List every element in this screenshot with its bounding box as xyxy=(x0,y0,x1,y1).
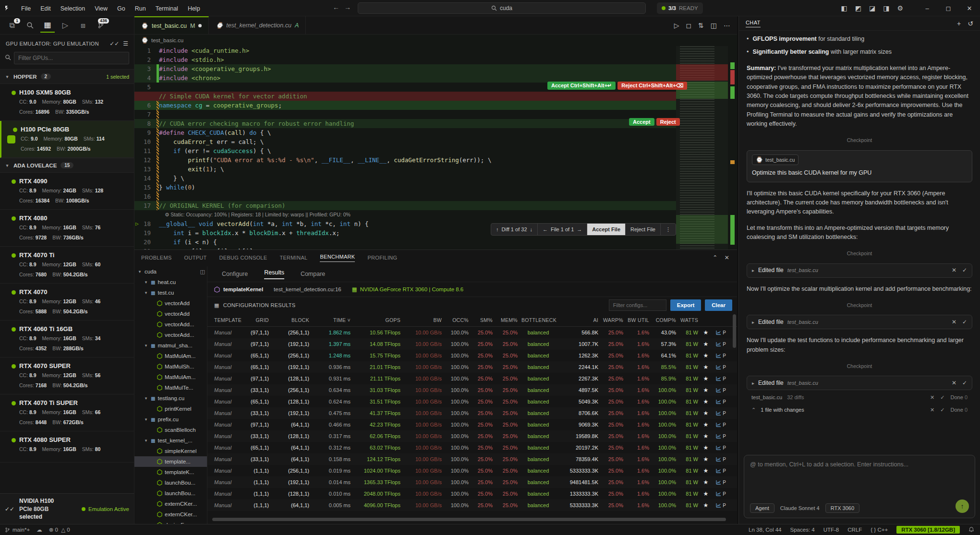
source-control-icon[interactable]: 436 xyxy=(94,18,108,33)
layout-bottom-icon[interactable]: ◪ xyxy=(869,4,875,12)
menu-run[interactable]: Run xyxy=(130,5,151,12)
table-row[interactable]: Manual(65,1,1)(128,1,1)0.624 ms31.51 TFl… xyxy=(207,396,737,407)
tree-item-devicefunc---[interactable]: deviceFunc... xyxy=(134,520,207,524)
profile-chart-button[interactable]: P xyxy=(714,434,730,439)
layout-right-icon[interactable]: ◨ xyxy=(883,4,889,12)
profile-chart-button[interactable]: P xyxy=(714,376,730,381)
profile-chart-button[interactable]: P xyxy=(714,365,730,370)
profile-chart-button[interactable]: P xyxy=(714,491,730,497)
minimize-button[interactable]: – xyxy=(917,5,938,12)
column-header-watts[interactable]: WATTS xyxy=(680,317,702,323)
favorite-star-icon[interactable]: ★ xyxy=(702,490,714,497)
file-diffs-row[interactable]: test_basic.cu32 diffs✕✓Done 0 xyxy=(747,392,972,403)
table-row[interactable]: Manual(33,1,1)(64,1,1)0.158 ms124.12 TFl… xyxy=(207,453,737,465)
gpu-emulator-view-icon[interactable]: ▦ xyxy=(40,18,55,33)
panel-tab-profiling[interactable]: PROFILING xyxy=(367,255,397,261)
table-row[interactable]: Manual(33,1,1)(192,1,1)0.475 ms41.37 TFl… xyxy=(207,407,737,419)
model-label[interactable]: Claude Sonnet 4 xyxy=(780,505,820,511)
gpu-card[interactable]: RTX 4070CC: 8.9Memory: 12GBSMs: 46Cores:… xyxy=(0,284,134,321)
edited-file-row[interactable]: ▸Edited filetest_basic.cu✕✓ xyxy=(747,315,972,329)
column-header-bottleneck[interactable]: BOTTLENECK xyxy=(521,317,559,323)
send-button[interactable]: ↑ xyxy=(956,499,969,513)
accept-change-button[interactable]: Accept xyxy=(629,118,654,126)
gpu-card[interactable]: RTX 4070 Ti SUPERCC: 8.9Memory: 16GBSMs:… xyxy=(0,394,134,431)
tree-item-templatek---[interactable]: templateK... xyxy=(134,467,207,477)
discard-icon[interactable]: ✕ xyxy=(952,379,956,388)
column-header-gops[interactable]: GOPS xyxy=(354,317,404,323)
cursor-position[interactable]: Ln 38, Col 44 xyxy=(749,527,781,533)
gpu-status-chip[interactable]: RTX 3060 [1.8/12GB] xyxy=(896,526,960,534)
gpu-context-chip[interactable]: RTX 3060 xyxy=(825,503,859,513)
chat-tab[interactable]: CHAT xyxy=(746,20,761,27)
menu-help[interactable]: Help xyxy=(183,5,205,12)
layout-sidebar-icon[interactable]: ◩ xyxy=(855,4,861,12)
split-editor-icon[interactable]: ◫ xyxy=(711,22,717,29)
tab-test-kernel-detection[interactable]: ⌚ test_kernel_detection.cu A xyxy=(209,16,306,34)
git-compare-icon[interactable]: ⇅ xyxy=(698,22,704,29)
tree-item-cuda[interactable]: ▾cuda◫ xyxy=(134,266,207,277)
tree-item-template---[interactable]: template... xyxy=(134,456,207,467)
discard-icon[interactable]: ✕ xyxy=(952,266,956,275)
codelens[interactable]: ⚙ Static: Occupancy: 100% | Registers: 1… xyxy=(134,210,351,219)
tree-item-launchbou---[interactable]: launchBou... xyxy=(134,488,207,499)
tab-test-basic[interactable]: ⌚ test_basic.cu M xyxy=(134,16,209,34)
select-all-icon[interactable]: ✓✓ xyxy=(109,40,119,47)
tree-item-testlang-cu[interactable]: ▾▩testlang.cu xyxy=(134,393,207,404)
language-mode[interactable]: { } C++ xyxy=(871,527,888,533)
gpu-card[interactable]: RTX 4080CC: 8.9Memory: 16GBSMs: 76Cores:… xyxy=(0,210,134,247)
profile-chart-button[interactable]: P xyxy=(714,342,730,347)
reject-change-button[interactable]: Reject Ctrl+Shift+Alt+⌫ xyxy=(617,82,687,90)
menu-file[interactable]: File xyxy=(16,5,36,12)
keep-icon[interactable]: ✓ xyxy=(940,406,944,414)
tree-item-simplekernel[interactable]: simpleKernel xyxy=(134,446,207,456)
discard-icon[interactable]: ✕ xyxy=(930,406,934,414)
problems-item[interactable]: ⊗ 0 △ 0 xyxy=(49,526,70,533)
column-header-mem[interactable]: MEM% xyxy=(496,317,521,323)
subtab-configure[interactable]: Configure xyxy=(222,271,248,277)
tree-item-launchbou---[interactable]: launchBou... xyxy=(134,477,207,488)
table-row[interactable]: Manual(1,1,1)(256,1,1)0.019 ms1024.00 TF… xyxy=(207,465,737,476)
tree-item-matmulam---[interactable]: MatMulAm... xyxy=(134,351,207,361)
minimap[interactable] xyxy=(676,46,728,250)
tree-item-externcker---[interactable]: externCKer... xyxy=(134,509,207,520)
tree-item-vectoradd---[interactable]: vectorAdd... xyxy=(134,330,207,340)
search-view-icon[interactable] xyxy=(23,18,37,33)
subtab-results[interactable]: Results xyxy=(264,269,284,279)
tree-item-vectoradd[interactable]: vectorAdd xyxy=(134,309,207,319)
column-header-occ[interactable]: OCC% xyxy=(446,317,472,323)
split-icon[interactable]: ◫ xyxy=(200,269,205,275)
panel-tab-terminal[interactable]: TERMINAL xyxy=(279,255,307,261)
file-context-chip[interactable]: ⌚test_basic.cu xyxy=(752,155,799,166)
favorite-star-icon[interactable]: ★ xyxy=(702,479,714,486)
edited-file-row[interactable]: ▸Edited filetest_basic.cu✕✓ xyxy=(747,376,972,390)
indentation[interactable]: Spaces: 4 xyxy=(790,527,815,533)
panel-tab-benchmark[interactable]: BENCHMARK xyxy=(320,254,355,262)
panel-tab-debug-console[interactable]: DEBUG CONSOLE xyxy=(219,255,267,261)
close-panel-icon[interactable]: ✕ xyxy=(725,254,729,261)
menu-selection[interactable]: Selection xyxy=(56,5,90,12)
favorite-star-icon[interactable]: ★ xyxy=(702,421,714,428)
tree-item-externcker---[interactable]: externCKer... xyxy=(134,499,207,509)
chat-messages[interactable]: •GFLOPS improvement for standard tiling•… xyxy=(739,31,980,422)
column-header-comp[interactable]: COMP% xyxy=(653,317,680,323)
panel-tab-problems[interactable]: PROBLEMS xyxy=(141,255,172,261)
layout-panel-icon[interactable]: ◧ xyxy=(841,4,847,12)
column-header-bwutil[interactable]: BW UTIL xyxy=(627,317,653,323)
table-row[interactable]: Manual(97,1,1)(64,1,1)0.466 ms42.23 TFlo… xyxy=(207,419,737,430)
export-button[interactable]: Export xyxy=(670,299,701,311)
gpu-card[interactable]: RTX 4070 TiCC: 8.9Memory: 12GBSMs: 60Cor… xyxy=(0,247,134,284)
favorite-star-icon[interactable]: ★ xyxy=(702,387,714,393)
filter-list-icon[interactable]: ☰ xyxy=(123,40,128,47)
discard-icon[interactable]: ✕ xyxy=(952,318,956,327)
favorite-star-icon[interactable]: ★ xyxy=(702,433,714,440)
table-row[interactable]: Manual(1,1,1)(64,1,1)0.005 ms4096.00 TFl… xyxy=(207,499,737,511)
gpu-section-header[interactable]: ▾ADA LOVELACE15 xyxy=(0,158,134,173)
subtab-compare[interactable]: Compare xyxy=(301,271,325,277)
eol-sequence[interactable]: CRLF xyxy=(847,527,862,533)
gpu-card[interactable]: RTX 4060 Ti 16GBCC: 8.9Memory: 16GBSMs: … xyxy=(0,321,134,357)
accept-file-button[interactable]: Accept File xyxy=(587,224,626,235)
tree-item-prefix-cu[interactable]: ▾▩prefix.cu xyxy=(134,414,207,425)
tree-item-matmulte---[interactable]: MatMulTe... xyxy=(134,382,207,393)
tree-item-scanblelloch[interactable]: scanBlelloch xyxy=(134,425,207,435)
menu-go[interactable]: Go xyxy=(112,5,130,12)
